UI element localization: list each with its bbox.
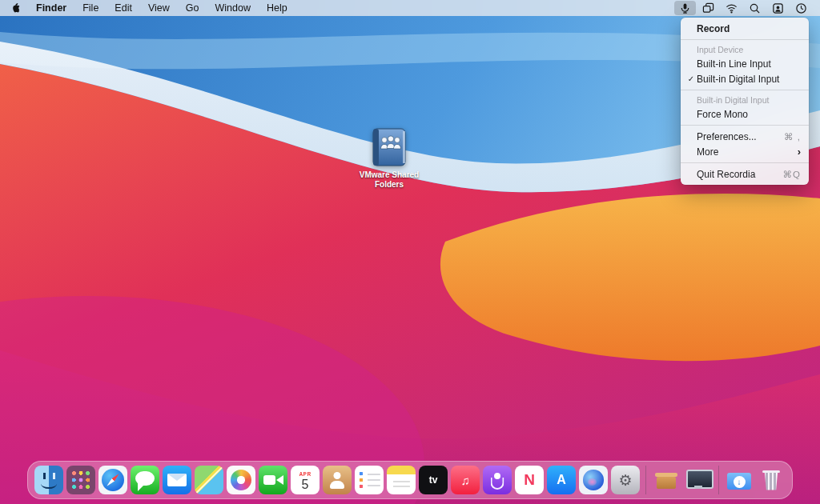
dock-icon-safari[interactable] — [98, 466, 127, 494]
vmware-windows-icon[interactable] — [697, 1, 719, 15]
desktop-icon-vmware-shared-folders[interactable]: VMware Shared Folders — [351, 126, 428, 190]
menu-app-name[interactable]: Finder — [28, 2, 74, 14]
force-mono-label: Force Mono — [697, 109, 801, 120]
user-switch-icon[interactable] — [767, 1, 789, 15]
menu-item-more[interactable]: More › — [681, 144, 809, 159]
menu-help[interactable]: Help — [259, 2, 295, 14]
checkmark-icon: ✓ — [685, 74, 697, 83]
dock-icon-finder[interactable] — [34, 466, 63, 494]
recordia-menu-panel: Record Input Device Built-in Line Input … — [681, 18, 809, 185]
more-label: More — [697, 146, 798, 158]
dock-icon-music[interactable]: ♫ — [451, 466, 480, 494]
menu-item-preferences[interactable]: Preferences... ⌘ , — [681, 129, 809, 144]
desktop-icon-label-line2: Folders — [375, 180, 404, 190]
menu-bar: Finder File Edit View Go Window Help — [0, 0, 820, 16]
clock-icon[interactable] — [790, 1, 812, 15]
menu-edit[interactable]: Edit — [107, 2, 140, 14]
dock-icon-notes[interactable] — [387, 466, 416, 494]
dock-icon-calendar[interactable]: APR 5 — [291, 466, 320, 494]
quit-shortcut: ⌘Q — [783, 169, 801, 180]
dock-icon-podcasts[interactable] — [483, 466, 512, 494]
dock-icon-facetime[interactable] — [259, 466, 287, 494]
dock-icon-contacts[interactable] — [323, 466, 352, 494]
dock-separator — [645, 466, 646, 494]
dock-icon-trash[interactable] — [757, 466, 786, 494]
menu-separator — [681, 162, 809, 163]
menu-item-quit-recordia[interactable]: Quit Recordia ⌘Q — [681, 166, 809, 182]
submenu-chevron-icon: › — [798, 146, 801, 158]
calendar-day-label: 5 — [302, 478, 309, 491]
gear-icon: ⚙ — [618, 473, 632, 488]
menu-separator — [681, 90, 809, 90]
wifi-icon[interactable] — [721, 1, 742, 15]
tv-logo-label: tv — [429, 474, 438, 486]
menu-bar-left: Finder File Edit View Go Window Help — [0, 0, 295, 16]
menu-view[interactable]: View — [140, 2, 178, 14]
menu-bar-status-area — [674, 0, 820, 16]
menu-file[interactable]: File — [74, 2, 107, 14]
dock-icon-system-preferences[interactable]: ⚙ — [611, 466, 640, 494]
dock-icon-package[interactable] — [652, 466, 681, 494]
menu-item-digital-input[interactable]: ✓ Built-in Digital Input — [681, 71, 809, 86]
menu-item-line-input[interactable]: Built-in Line Input — [681, 56, 809, 71]
record-label: Record — [697, 23, 801, 34]
dock-icon-tv[interactable]: tv — [419, 466, 448, 494]
preferences-shortcut: ⌘ , — [784, 131, 801, 142]
dock-icon-photos[interactable] — [227, 466, 255, 494]
input-device-caption: Input Device — [681, 43, 809, 56]
dock-icon-mail[interactable] — [163, 466, 191, 494]
calendar-month-label: APR — [299, 471, 311, 478]
dock-icon-reminders[interactable] — [355, 466, 384, 494]
microphone-icon[interactable] — [674, 1, 696, 15]
dock-icon-maps[interactable] — [195, 466, 223, 494]
shared-folder-icon — [371, 126, 408, 168]
line-input-label: Built-in Line Input — [697, 58, 801, 70]
dock-icon-downloads-folder[interactable]: ↓ — [725, 466, 754, 494]
dock-icon-siri[interactable] — [579, 466, 608, 494]
download-arrow-icon: ↓ — [734, 476, 746, 488]
desktop-icon-label-line1: VMware Shared — [360, 170, 419, 180]
menu-window[interactable]: Window — [207, 2, 258, 14]
dock-icon-vmware-window[interactable] — [684, 466, 713, 494]
digital-input-caption: Built-in Digital Input — [681, 94, 809, 106]
menu-item-force-mono[interactable]: Force Mono — [681, 106, 809, 122]
menu-separator — [681, 39, 809, 40]
preferences-label: Preferences... — [697, 131, 784, 142]
menu-go[interactable]: Go — [178, 2, 207, 14]
menu-separator — [681, 125, 809, 126]
dock-separator — [718, 466, 719, 494]
apple-menu[interactable] — [0, 0, 28, 16]
music-note-icon: ♫ — [460, 474, 469, 487]
dock-icon-news[interactable]: N — [515, 466, 544, 494]
quit-label: Quit Recordia — [697, 169, 783, 180]
apple-logo-icon — [11, 2, 21, 14]
dock-icon-app-store[interactable]: A — [547, 466, 576, 494]
app-store-logo-label: A — [557, 473, 566, 487]
digital-input-label: Built-in Digital Input — [697, 74, 801, 85]
menu-item-record[interactable]: Record — [681, 21, 809, 36]
dock-icon-launchpad[interactable] — [66, 466, 95, 494]
spotlight-search-icon[interactable] — [744, 1, 766, 15]
dock: APR 5 tv ♫ N A ⚙ ↓ — [27, 461, 793, 499]
news-logo-label: N — [524, 471, 535, 489]
dock-icon-messages[interactable] — [131, 466, 159, 494]
